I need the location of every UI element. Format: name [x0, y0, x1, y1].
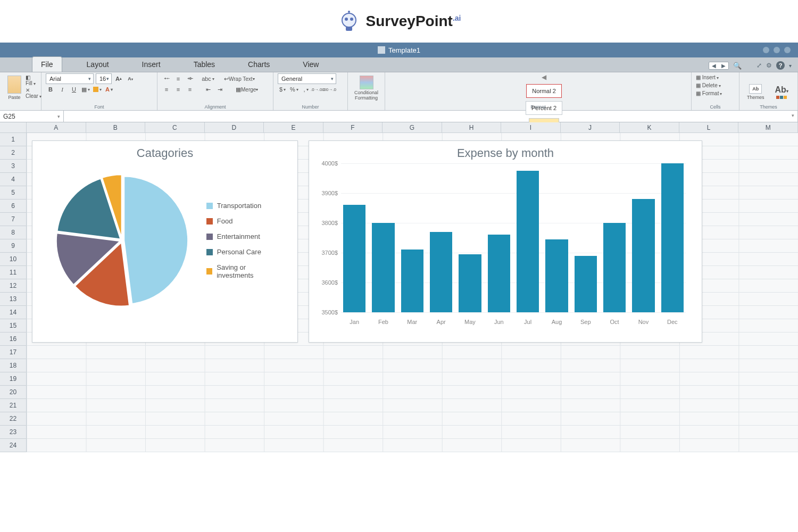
window-dot[interactable] — [774, 47, 780, 53]
expand-icon[interactable]: ⤢ — [757, 62, 762, 69]
row-header[interactable]: 18 — [0, 359, 27, 372]
align-bottom-icon[interactable]: ⬲ — [185, 74, 195, 83]
row-header[interactable]: 22 — [0, 412, 27, 426]
row-cells[interactable] — [27, 372, 798, 386]
cells-delete-button[interactable]: ▦ Delete — [696, 82, 735, 88]
indent-left-icon[interactable]: ⇤ — [203, 85, 213, 94]
row-header[interactable]: 23 — [0, 426, 27, 439]
search-icon[interactable]: 🔍 — [733, 62, 742, 70]
decrease-decimal-icon[interactable]: .00→.0 — [325, 85, 334, 94]
themes-button[interactable]: AbThemes — [744, 82, 768, 102]
conditional-formatting-button[interactable]: Conditional Formatting — [351, 73, 381, 103]
font-name-select[interactable]: Arial — [46, 73, 94, 84]
row-header[interactable]: 11 — [0, 266, 27, 279]
menu-tab-charts[interactable]: Charts — [239, 57, 278, 72]
row-header[interactable]: 19 — [0, 372, 27, 386]
percent-button[interactable]: % — [289, 85, 299, 94]
increase-decimal-icon[interactable]: .0→.00 — [313, 85, 322, 94]
themes-aa-button[interactable]: Ab▾ — [772, 83, 792, 101]
orientation-button[interactable]: abc — [203, 74, 213, 83]
align-middle-icon[interactable]: ≡ — [173, 74, 183, 83]
style-normal2[interactable]: Normal 2 — [526, 84, 562, 98]
decrease-font-icon[interactable]: A▾ — [126, 74, 135, 83]
help-icon[interactable]: ? — [776, 61, 785, 70]
row-header[interactable]: 15 — [0, 319, 27, 332]
window-controls[interactable] — [763, 47, 791, 53]
column-header[interactable]: L — [679, 122, 739, 132]
row-header[interactable]: 8 — [0, 226, 27, 239]
column-header[interactable]: J — [561, 122, 620, 132]
row-header[interactable]: 3 — [0, 160, 27, 173]
bar-chart[interactable]: Expense by month 3500$3600$3700$3800$390… — [309, 140, 702, 343]
row-cells[interactable] — [27, 412, 798, 426]
wrap-text-button[interactable]: ↩ Wrap Text ▾ — [221, 74, 257, 83]
font-size-select[interactable]: 16 — [96, 73, 112, 84]
row-cells[interactable] — [27, 386, 798, 399]
cells-format-button[interactable]: ▦ Format — [696, 90, 735, 96]
align-top-icon[interactable]: ⬴ — [162, 74, 171, 83]
comma-button[interactable]: , — [301, 85, 311, 94]
nav-arrows[interactable]: ◀▶ — [709, 62, 729, 70]
row-header[interactable]: 6 — [0, 200, 27, 213]
window-dot[interactable] — [763, 47, 769, 53]
number-format-select[interactable]: General — [278, 73, 336, 84]
row-header[interactable]: 5 — [0, 186, 27, 200]
currency-button[interactable]: $ — [278, 85, 287, 94]
row-cells[interactable] — [27, 359, 798, 372]
increase-font-icon[interactable]: A▴ — [114, 74, 123, 83]
row-header[interactable]: 21 — [0, 399, 27, 412]
menu-tab-layout[interactable]: Layout — [78, 57, 118, 72]
spreadsheet-grid[interactable]: ABCDEFGHIJKLM 12345678910111213141516171… — [0, 122, 798, 452]
align-right-icon[interactable]: ≡ — [185, 85, 195, 94]
column-header[interactable]: B — [86, 122, 146, 132]
menu-tab-view[interactable]: View — [294, 57, 327, 72]
column-header[interactable]: M — [738, 122, 798, 132]
underline-button[interactable]: U — [69, 85, 79, 94]
row-header[interactable]: 9 — [0, 239, 27, 253]
italic-button[interactable]: I — [57, 85, 67, 94]
row-header[interactable]: 24 — [0, 439, 27, 452]
row-header[interactable]: 13 — [0, 293, 27, 306]
column-header[interactable]: I — [501, 122, 561, 132]
column-header[interactable]: A — [27, 122, 86, 132]
merge-button[interactable]: ▦ Merge ▾ — [233, 85, 261, 94]
align-center-icon[interactable]: ≡ — [173, 85, 183, 94]
column-header[interactable]: E — [264, 122, 323, 132]
column-header[interactable]: K — [620, 122, 679, 132]
row-header[interactable]: 12 — [0, 279, 27, 293]
row-header[interactable]: 4 — [0, 173, 27, 186]
column-header[interactable]: C — [145, 122, 205, 132]
border-button[interactable]: ▦ — [81, 85, 90, 94]
paste-button[interactable]: Paste — [4, 73, 24, 102]
row-cells[interactable] — [27, 426, 798, 439]
fill-color-button[interactable] — [93, 85, 102, 94]
row-cells[interactable] — [27, 399, 798, 412]
column-header[interactable]: F — [323, 122, 383, 132]
row-header[interactable]: 2 — [0, 146, 27, 160]
column-header[interactable]: H — [442, 122, 502, 132]
clear-button[interactable]: ✕ Clear — [26, 87, 41, 99]
indent-right-icon[interactable]: ⇥ — [215, 85, 225, 94]
cells-insert-button[interactable]: ▦ Insert — [696, 74, 735, 80]
row-header[interactable]: 20 — [0, 386, 27, 399]
row-header[interactable]: 17 — [0, 346, 27, 359]
style-nav-left[interactable]: ◀ — [542, 73, 546, 81]
row-header[interactable]: 16 — [0, 332, 27, 346]
cell-address-box[interactable]: G25 — [0, 111, 64, 122]
row-header[interactable]: 7 — [0, 213, 27, 226]
menu-tab-file[interactable]: File — [32, 56, 62, 72]
pie-chart[interactable]: Catagories TransportationFoodEntertainme… — [32, 140, 298, 343]
column-header[interactable]: G — [383, 122, 442, 132]
bold-button[interactable]: B — [46, 85, 55, 94]
fill-button[interactable]: ◧ Fill — [26, 74, 41, 86]
formula-input[interactable] — [64, 111, 798, 122]
chevron-down-icon[interactable]: ▾ — [789, 63, 792, 69]
row-header[interactable]: 1 — [0, 133, 27, 146]
row-header[interactable]: 10 — [0, 253, 27, 266]
column-header[interactable]: D — [205, 122, 264, 132]
row-cells[interactable] — [27, 346, 798, 359]
row-header[interactable]: 14 — [0, 306, 27, 319]
window-dot[interactable] — [784, 47, 791, 53]
row-cells[interactable] — [27, 439, 798, 452]
gear-icon[interactable]: ⚙ — [766, 62, 772, 69]
